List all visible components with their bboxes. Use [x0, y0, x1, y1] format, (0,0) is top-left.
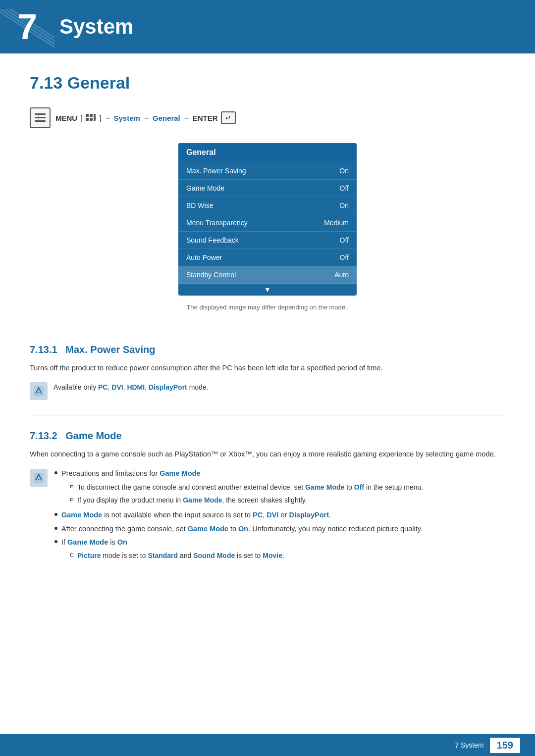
- nav-arrow-2: →: [143, 114, 150, 122]
- bullet-dot: [54, 471, 57, 474]
- bullet-dot: [54, 513, 57, 516]
- bullet-item-after-connecting: After connecting the game console, set G…: [54, 523, 505, 535]
- bullet-text: After connecting the game console, set G…: [61, 523, 423, 535]
- subsection-title-2: 7.13.2 Game Mode: [30, 430, 505, 442]
- svg-rect-5: [35, 117, 46, 118]
- subsection-body-2: When connecting to a game console such a…: [30, 449, 505, 460]
- menu-item-max-power[interactable]: Max. Power Saving On: [178, 162, 357, 180]
- nav-grid-icon: [85, 113, 96, 122]
- sub-bullet-dot: [70, 554, 73, 556]
- menu-icon: [30, 107, 51, 128]
- sub-bullet-list-1: To disconnect the game console and conne…: [70, 482, 505, 506]
- nav-enter-label: ENTER: [193, 114, 218, 122]
- sub-bullet-display: If you display the product menu in Game …: [70, 495, 505, 505]
- header-decoration: [0, 9, 54, 53]
- bullet-item-not-available: Game Mode is not available when the inpu…: [54, 509, 505, 521]
- bullet-text: If Game Mode is On: [61, 537, 127, 548]
- svg-line-1: [0, 9, 54, 53]
- bullet-dot: [54, 540, 57, 543]
- caption: The displayed image may differ depending…: [30, 303, 505, 311]
- nav-general: General: [153, 114, 180, 122]
- menu-item-value: On: [339, 202, 349, 209]
- menu-item-label: Menu Transparency: [186, 219, 248, 227]
- bullet-text: Precautions and limitations for Game Mod…: [61, 468, 200, 479]
- subsection-heading-2: Game Mode: [65, 430, 121, 441]
- sub-bullet-text: Picture mode is set to Standard and Soun…: [77, 550, 284, 561]
- bullet-text: Game Mode is not available when the inpu…: [61, 509, 331, 521]
- menu-item-label: Sound Feedback: [186, 236, 239, 244]
- bullet-item-if-on: If Game Mode is On: [54, 537, 505, 548]
- menu-item-standby-control[interactable]: Standby Control Auto: [178, 266, 357, 284]
- nav-menu-label: MENU: [55, 114, 77, 122]
- svg-rect-10: [86, 118, 89, 121]
- sub-bullet-dot: [70, 485, 73, 488]
- svg-rect-12: [94, 114, 96, 121]
- footer-label: 7 System: [455, 741, 483, 749]
- sub-bullet-picture: Picture mode is set to Standard and Soun…: [70, 550, 505, 561]
- highlight-dvi: DVI: [111, 383, 123, 391]
- nav-bracket-close: ]: [99, 114, 101, 122]
- svg-rect-11: [90, 118, 93, 121]
- footer-page: 159: [490, 738, 520, 753]
- note-text-1: Available only PC, DVI, HDMI, DisplayPor…: [54, 382, 209, 393]
- svg-rect-8: [86, 114, 89, 117]
- svg-point-16: [38, 479, 39, 480]
- menu-box-wrapper: General Max. Power Saving On Game Mode O…: [30, 143, 505, 296]
- menu-item-label: Standby Control: [186, 271, 236, 279]
- subsection-title-1: 7.13.1 Max. Power Saving: [30, 344, 505, 355]
- general-menu: General Max. Power Saving On Game Mode O…: [178, 143, 357, 296]
- menu-item-bd-wise[interactable]: BD Wise On: [178, 197, 357, 214]
- bullet-dot: [54, 527, 57, 530]
- svg-rect-7: [38, 113, 39, 122]
- nav-enter-icon: ↵: [221, 111, 236, 124]
- section-number: 7.13: [30, 73, 62, 92]
- subsection-number-2: 7.13.2: [30, 430, 65, 441]
- note-box-1: Available only PC, DVI, HDMI, DisplayPor…: [30, 382, 505, 400]
- svg-rect-9: [90, 114, 93, 117]
- note-icon-2: [30, 469, 48, 487]
- game-mode-notes: Precautions and limitations for Game Mod…: [30, 468, 505, 563]
- sub-bullet-list-2: Picture mode is set to Standard and Soun…: [70, 550, 505, 561]
- svg-point-14: [38, 392, 39, 393]
- highlight-pc: PC: [98, 383, 107, 391]
- menu-item-auto-power[interactable]: Auto Power Off: [178, 249, 357, 266]
- menu-item-label: Max. Power Saving: [186, 167, 246, 175]
- sub-bullet-text: If you display the product menu in Game …: [77, 495, 307, 505]
- menu-item-sound-feedback[interactable]: Sound Feedback Off: [178, 232, 357, 249]
- subsection-body-1: Turns off the product to reduce power co…: [30, 362, 505, 374]
- menu-header: General: [178, 143, 357, 162]
- nav-breadcrumb: MENU [ ] → System → General → ENTER ↵: [30, 107, 505, 128]
- menu-item-label: Game Mode: [186, 184, 224, 192]
- note-icon-1: [30, 382, 48, 400]
- menu-item-value: Off: [340, 253, 349, 261]
- nav-bracket-open: [: [80, 114, 82, 122]
- nav-arrow-3: →: [183, 114, 190, 122]
- svg-rect-6: [35, 120, 46, 122]
- section-title: 7.13 General: [30, 73, 505, 93]
- subsection-number-1: 7.13.1: [30, 344, 65, 355]
- menu-item-value: Auto: [334, 271, 349, 279]
- menu-item-game-mode[interactable]: Game Mode Off: [178, 180, 357, 197]
- chapter-title: System: [59, 15, 133, 39]
- bullet-item-precautions: Precautions and limitations for Game Mod…: [54, 468, 505, 479]
- main-content: 7.13 General MENU [ ] → System → General…: [0, 53, 535, 599]
- highlight-displayport: DisplayPort: [149, 383, 187, 391]
- menu-item-value: Off: [340, 184, 349, 192]
- divider-1: [30, 329, 505, 329]
- section-heading: General: [67, 73, 130, 92]
- sub-bullet-dot: [70, 498, 73, 501]
- menu-scroll-down[interactable]: ▼: [178, 284, 357, 296]
- nav-system: System: [114, 114, 140, 122]
- svg-rect-4: [35, 113, 46, 115]
- menu-item-value: Off: [340, 236, 349, 244]
- menu-item-value: On: [339, 167, 349, 175]
- nav-arrow-1: →: [105, 114, 111, 122]
- sub-bullet-text: To disconnect the game console and conne…: [77, 482, 423, 493]
- menu-item-value: Medium: [324, 219, 349, 227]
- subsection-heading-1: Max. Power Saving: [65, 344, 155, 355]
- page-footer: 7 System 159: [0, 734, 535, 756]
- highlight-hdmi: HDMI: [127, 383, 145, 391]
- menu-item-menu-transparency[interactable]: Menu Transparency Medium: [178, 214, 357, 232]
- page-header: 7 System: [0, 0, 535, 53]
- menu-item-label: BD Wise: [186, 202, 213, 209]
